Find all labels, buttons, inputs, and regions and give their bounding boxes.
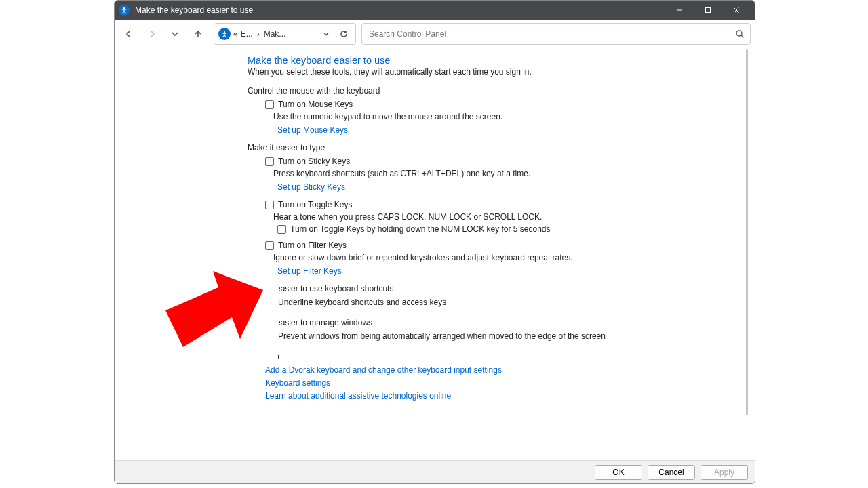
window-title: Make the keyboard easier to use bbox=[135, 5, 665, 15]
svg-marker-13 bbox=[165, 271, 263, 347]
back-button[interactable] bbox=[119, 24, 139, 44]
svg-point-2 bbox=[224, 31, 225, 33]
refresh-button[interactable] bbox=[336, 30, 351, 38]
label-toggle-numlock[interactable]: Turn on Toggle Keys by holding down the … bbox=[290, 224, 551, 234]
recent-locations-button[interactable] bbox=[165, 24, 185, 44]
section-shortcuts: Make it easier to use keyboard shortcuts bbox=[248, 284, 607, 293]
checkbox-filter-keys[interactable] bbox=[265, 241, 274, 250]
link-dvorak[interactable]: Add a Dvorak keyboard and change other k… bbox=[265, 365, 607, 375]
chevron-right-icon: › bbox=[256, 29, 261, 39]
link-assistive-tech[interactable]: Learn about additional assistive technol… bbox=[265, 391, 607, 401]
forward-button[interactable] bbox=[142, 24, 162, 44]
search-box[interactable] bbox=[361, 23, 751, 45]
breadcrumb-part1[interactable]: E... bbox=[241, 29, 253, 39]
maximize-button[interactable] bbox=[694, 1, 722, 20]
label-sticky-keys[interactable]: Turn on Sticky Keys bbox=[278, 157, 350, 166]
desc-mouse-keys: Use the numeric keypad to move the mouse… bbox=[273, 112, 607, 121]
svg-point-3 bbox=[736, 30, 742, 36]
desc-filter-keys: Ignore or slow down brief or repeated ke… bbox=[273, 253, 607, 262]
page-subtitle: When you select these tools, they will a… bbox=[248, 67, 607, 77]
link-setup-mouse-keys[interactable]: Set up Mouse Keys bbox=[277, 125, 607, 135]
address-bar[interactable]: « E... › Mak... bbox=[214, 23, 356, 45]
ok-button[interactable]: OK bbox=[595, 465, 642, 480]
desc-toggle-keys: Hear a tone when you press CAPS LOCK, NU… bbox=[273, 212, 607, 222]
breadcrumb-part2[interactable]: Mak... bbox=[264, 29, 286, 39]
search-icon bbox=[735, 29, 745, 39]
checkbox-toggle-keys[interactable] bbox=[265, 201, 274, 209]
page-content: Make the keyboard easier to use When you… bbox=[248, 55, 607, 404]
search-input[interactable] bbox=[368, 28, 735, 39]
label-toggle-keys[interactable]: Turn on Toggle Keys bbox=[278, 200, 352, 209]
svg-rect-1 bbox=[706, 8, 711, 13]
ease-of-access-icon bbox=[119, 5, 130, 16]
breadcrumb-chevrons: « bbox=[233, 29, 238, 39]
desc-sticky-keys: Press keyboard shortcuts (such as CTRL+A… bbox=[273, 169, 607, 178]
titlebar: Make the keyboard easier to use bbox=[115, 1, 755, 20]
history-dropdown-button[interactable] bbox=[319, 30, 334, 38]
section-manage-windows: Make it easier to manage windows bbox=[248, 318, 607, 327]
red-arrow bbox=[163, 271, 264, 362]
link-keyboard-settings[interactable]: Keyboard settings bbox=[265, 378, 607, 388]
svg-point-0 bbox=[123, 7, 125, 9]
control-panel-window: Make the keyboard easier to use « E... ›… bbox=[114, 0, 755, 484]
link-setup-sticky-keys[interactable]: Set up Sticky Keys bbox=[277, 182, 607, 192]
checkbox-sticky-keys[interactable] bbox=[265, 157, 274, 166]
cancel-button[interactable]: Cancel bbox=[648, 465, 695, 480]
nav-toolbar: « E... › Mak... bbox=[115, 20, 755, 48]
checkbox-toggle-numlock[interactable] bbox=[277, 225, 286, 234]
label-prevent-arrange[interactable]: Prevent windows from being automatically… bbox=[278, 331, 606, 341]
label-mouse-keys[interactable]: Turn on Mouse Keys bbox=[278, 100, 353, 109]
footer: OK Cancel Apply bbox=[115, 460, 755, 483]
page-title: Make the keyboard easier to use bbox=[248, 55, 607, 66]
section-easier-type: Make it easier to type bbox=[248, 143, 607, 152]
label-filter-keys[interactable]: Turn on Filter Keys bbox=[278, 241, 347, 250]
section-control-mouse: Control the mouse with the keyboard bbox=[248, 86, 607, 96]
checkbox-mouse-keys[interactable] bbox=[265, 100, 274, 109]
link-setup-filter-keys[interactable]: Set up Filter Keys bbox=[277, 266, 607, 276]
close-button[interactable] bbox=[722, 1, 751, 20]
label-underline-shortcuts[interactable]: Underline keyboard shortcuts and access … bbox=[278, 298, 446, 307]
scrollbar[interactable] bbox=[746, 49, 748, 415]
up-button[interactable] bbox=[188, 24, 208, 44]
ease-of-access-icon bbox=[218, 28, 231, 40]
minimize-button[interactable] bbox=[665, 1, 694, 20]
apply-button[interactable]: Apply bbox=[701, 465, 748, 480]
section-see-also: See also bbox=[248, 352, 607, 361]
